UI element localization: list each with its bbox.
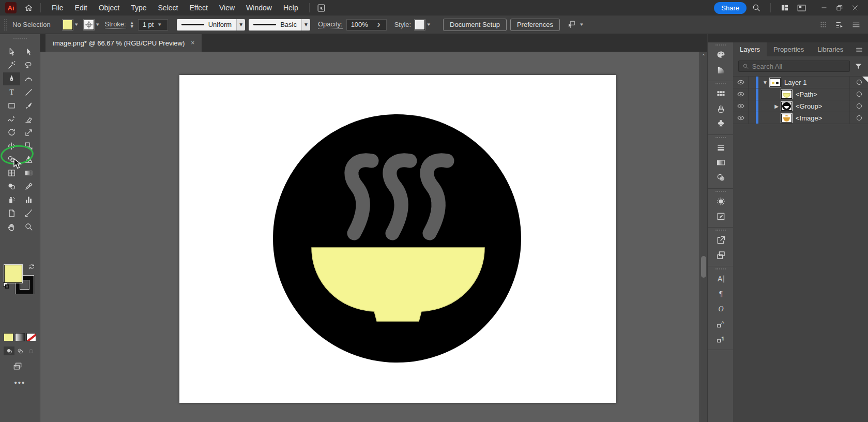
tool-lasso[interactable]	[20, 59, 37, 72]
search-icon[interactable]	[750, 2, 763, 13]
layer-thumbnail-path[interactable]	[781, 90, 792, 99]
close-button[interactable]	[847, 1, 863, 14]
tool-shaper[interactable]	[3, 113, 20, 126]
stroke-weight-chevron-icon[interactable]: ▼	[156, 22, 163, 27]
home-icon[interactable]	[22, 2, 35, 13]
stroke-color-swatch[interactable]	[84, 20, 94, 30]
filter-icon[interactable]	[854, 62, 863, 71]
draw-normal-button[interactable]	[4, 346, 14, 355]
tool-paintbrush[interactable]	[20, 99, 37, 112]
opacity-expand-icon[interactable]: ❯	[375, 22, 382, 27]
menu-effect[interactable]: Effect	[184, 0, 214, 16]
tool-rectangle[interactable]	[3, 99, 20, 112]
preferences-button[interactable]: Preferences	[510, 19, 560, 31]
none-button[interactable]	[26, 333, 36, 341]
snap-options-icon[interactable]	[819, 20, 828, 29]
restore-button[interactable]	[832, 1, 847, 14]
tool-column-graph[interactable]	[20, 193, 37, 206]
tool-perspective-grid[interactable]	[20, 153, 37, 166]
layers-search-input[interactable]	[752, 63, 846, 70]
color-button[interactable]	[4, 333, 13, 341]
fill-color-swatch[interactable]	[63, 20, 73, 30]
color-panel-icon[interactable]	[708, 48, 734, 63]
panels-icon[interactable]	[795, 2, 808, 13]
paragraph-panel-icon[interactable]: ¶	[708, 287, 734, 302]
menu-file[interactable]: File	[46, 0, 69, 16]
dock-group-grip[interactable]	[715, 137, 726, 138]
brushes-panel-icon[interactable]	[708, 101, 734, 116]
tool-pen[interactable]	[3, 72, 20, 85]
paragraph-styles-panel-icon[interactable]: ¶	[708, 331, 734, 346]
tool-shape-builder[interactable]	[3, 153, 20, 166]
tool-hand[interactable]	[3, 220, 20, 233]
screen-mode-icon[interactable]	[12, 361, 23, 371]
menu-help[interactable]: Help	[278, 0, 304, 16]
target-circle-icon[interactable]	[849, 100, 868, 112]
layer-row-image[interactable]: <Image>	[733, 112, 868, 124]
tool-scale[interactable]	[20, 126, 37, 139]
opacity-panel-link[interactable]: Opacity:	[318, 20, 343, 29]
layer-label[interactable]: <Path>	[796, 91, 849, 98]
menu-type[interactable]: Type	[125, 0, 152, 16]
layer-thumbnail-layer[interactable]	[770, 78, 781, 87]
target-circle-icon[interactable]	[849, 112, 868, 124]
tool-symbol-sprayer[interactable]	[3, 193, 20, 206]
layer-thumbnail-image[interactable]	[781, 114, 792, 123]
dock-control-icon[interactable]	[835, 20, 844, 29]
visibility-eye-icon[interactable]	[733, 112, 749, 124]
tool-gradient[interactable]	[20, 167, 37, 179]
symbols-panel-icon[interactable]	[708, 116, 734, 131]
artboard[interactable]	[179, 75, 616, 403]
document-tab[interactable]: image.png* @ 66.67 % (RGB/CPU Preview) ×	[45, 34, 202, 52]
touch-workspace-icon[interactable]	[315, 2, 328, 13]
opentype-panel-icon[interactable]: O	[708, 302, 734, 317]
tool-selection[interactable]	[3, 46, 20, 58]
canvas-pasteboard[interactable]: ⌃	[40, 52, 707, 422]
workspace-switcher-icon[interactable]	[778, 2, 791, 13]
tool-eraser[interactable]	[20, 113, 37, 126]
layer-row-group[interactable]: ▶<Group>	[733, 100, 868, 112]
stroke-weight-stepper[interactable]: ▲▼	[130, 21, 134, 28]
toolbar-grip[interactable]	[13, 38, 27, 39]
fill-swatch-large[interactable]	[4, 265, 22, 283]
menu-select[interactable]: Select	[153, 0, 184, 16]
tab-layers[interactable]: Layers	[733, 42, 767, 56]
tool-direct-selection[interactable]	[20, 46, 37, 58]
asset-export-panel-icon[interactable]	[708, 233, 734, 248]
tab-properties[interactable]: Properties	[767, 42, 811, 56]
stroke-panel-icon[interactable]	[708, 140, 734, 155]
layer-label[interactable]: Layer 1	[784, 79, 849, 86]
tool-zoom[interactable]	[20, 220, 37, 233]
document-setup-button[interactable]: Document Setup	[443, 19, 507, 31]
stroke-dropdown-chevron-icon[interactable]: ▼	[94, 22, 101, 27]
swatches-panel-icon[interactable]	[708, 86, 734, 101]
target-circle-icon[interactable]	[849, 88, 868, 100]
layer-label[interactable]: <Group>	[796, 102, 849, 110]
tool-line-segment[interactable]	[20, 86, 37, 99]
tool-rotate[interactable]	[3, 126, 20, 139]
visibility-eye-icon[interactable]	[733, 100, 749, 112]
graphic-styles-panel-icon[interactable]	[708, 209, 734, 224]
visibility-eye-icon[interactable]	[733, 77, 749, 88]
tool-curvature[interactable]	[20, 72, 37, 85]
toolbar-more-button[interactable]: •••	[0, 378, 40, 387]
expander-down-icon[interactable]: ▼	[760, 80, 770, 85]
tool-type[interactable]: T	[3, 86, 20, 99]
gradient-button[interactable]	[15, 333, 25, 341]
tool-artboard[interactable]	[3, 207, 20, 220]
menu-window[interactable]: Window	[240, 0, 278, 16]
gradient-panel-icon[interactable]	[708, 155, 734, 170]
style-swatch[interactable]	[415, 20, 425, 30]
menu-object[interactable]: Object	[93, 0, 125, 16]
draw-inside-button[interactable]	[25, 346, 36, 355]
app-logo[interactable]: Ai	[5, 2, 17, 13]
vertical-scrollbar[interactable]: ⌃	[699, 52, 707, 422]
dock-group-grip[interactable]	[715, 83, 726, 84]
scroll-up-icon[interactable]: ⌃	[700, 53, 707, 59]
panel-menu-icon[interactable]	[850, 42, 868, 56]
brush-definition-field[interactable]: Basic	[249, 19, 301, 31]
layer-row-layer-1[interactable]: ▼Layer 1	[733, 77, 868, 88]
opacity-field[interactable]: 100% ❯	[346, 19, 387, 31]
minimize-button[interactable]	[816, 1, 832, 14]
stroke-weight-field[interactable]: 1 pt ▼	[138, 19, 168, 31]
